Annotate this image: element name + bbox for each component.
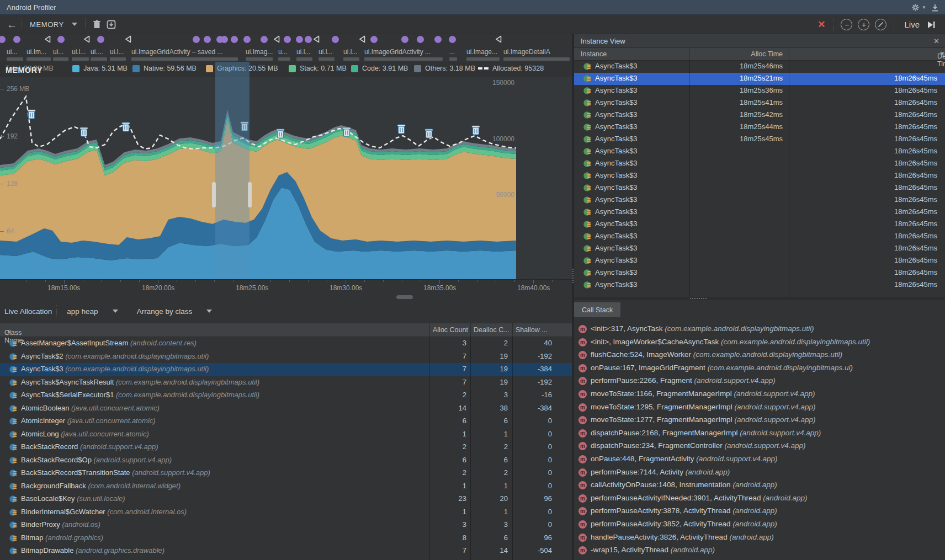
method-icon: m (578, 494, 587, 503)
table-row[interactable]: AsyncTask$2 (com.example.android.display… (0, 350, 572, 364)
table-row[interactable]: AsyncTask$318m26s45ms (574, 218, 945, 231)
activity-lifetime-bar (364, 57, 443, 61)
table-row[interactable]: AsyncTask$318m26s45ms (574, 206, 945, 218)
call-stack-frame[interactable]: mdispatchPause:234, FragmentController (… (574, 440, 945, 453)
table-row[interactable]: BinderInternal$GcWatcher (com.android.in… (0, 506, 572, 519)
table-row[interactable]: AsyncTask$318m26s45ms (574, 255, 945, 267)
activity-label: ... (449, 48, 455, 56)
close-session-button[interactable]: ✕ (814, 19, 829, 30)
live-button[interactable]: Live (904, 20, 920, 29)
shallow-size-cell: -504 (519, 546, 552, 554)
call-stack-frame[interactable]: mperformPauseActivity:3852, ActivityThre… (574, 518, 945, 531)
activity-lifetime-bar (91, 57, 107, 61)
table-row[interactable]: AsyncTask$318m25s45ms18m26s45ms (574, 134, 945, 146)
table-row[interactable]: AsyncTask$318m26s45ms (574, 182, 945, 194)
back-event-icon (312, 35, 321, 46)
frame-text: -wrap15, ActivityThread (android.app) (591, 546, 715, 554)
selection-handle-left[interactable] (212, 182, 216, 207)
table-row[interactable]: AsyncTask$318m25s46ms (574, 61, 945, 73)
activity-label: ui.l... (343, 48, 357, 56)
alloc-count-cell: 14 (433, 404, 466, 412)
table-row[interactable]: AssetManager$AssetInputStream (android.c… (0, 337, 572, 350)
method-icon: m (578, 534, 587, 542)
table-row[interactable]: BitmapDrawable (android.graphics.drawabl… (0, 545, 572, 558)
back-button[interactable]: ← (7, 19, 17, 30)
table-row[interactable]: AsyncTask$318m25s44ms18m26s45ms (574, 121, 945, 134)
call-stack-frame[interactable]: monPause:448, FragmentActivity (android.… (574, 453, 945, 466)
table-row[interactable]: AsyncTask$SerialExecutor$1 (com.example.… (0, 389, 572, 402)
horizontal-splitter[interactable] (574, 297, 945, 300)
shallow-size-cell: 40 (519, 339, 552, 347)
heap-select[interactable]: app heap (61, 307, 123, 316)
call-stack-frame[interactable]: m<init>, ImageWorker$CacheAsyncTask (com… (574, 336, 945, 349)
call-stack-frame[interactable]: monPause:167, ImageGridFragment (com.exa… (574, 362, 945, 375)
table-row[interactable]: AsyncTask$318m26s45ms (574, 146, 945, 158)
table-row[interactable]: BackgroundFallback (com.android.internal… (0, 480, 572, 493)
call-stack-frame[interactable]: mperformPause:2266, Fragment (android.su… (574, 375, 945, 388)
activity-lifetime-bar (449, 57, 457, 61)
call-stack-frame[interactable]: mmoveToState:1277, FragmentManagerImpl (… (574, 414, 945, 427)
zoom-in-button[interactable]: + (858, 19, 869, 30)
profiler-type-dropdown[interactable]: MEMORY (26, 20, 81, 29)
call-stack-frame[interactable]: mperformPauseActivityIfNeeded:3901, Acti… (574, 492, 945, 505)
table-row[interactable]: AsyncTask$318m25s42ms18m26s45ms (574, 109, 945, 121)
table-row[interactable]: AsyncTask$318m26s45ms (574, 194, 945, 206)
call-stack-frame[interactable]: mmoveToState:1166, FragmentManagerImpl (… (574, 388, 945, 401)
table-row[interactable]: AsyncTask$318m26s45ms (574, 158, 945, 170)
gc-trash-button[interactable] (90, 18, 104, 31)
table-row[interactable]: AtomicBoolean (java.util.concurrent.atom… (0, 402, 572, 415)
call-stack-frame[interactable]: mhandlePauseActivity:3826, ActivityThrea… (574, 531, 945, 545)
table-row[interactable]: AsyncTask$3 (com.example.android.display… (0, 363, 572, 376)
table-row[interactable]: BackStackRecord (android.support.v4.app)… (0, 441, 572, 454)
table-row[interactable]: AsyncTask$318m26s45ms (574, 267, 945, 279)
reset-zoom-button[interactable] (875, 19, 886, 30)
gear-dropdown-caret[interactable]: ▼ (922, 5, 926, 10)
legend-swatch (132, 65, 140, 72)
table-row[interactable]: AsyncTask$318m25s36ms18m26s45ms (574, 85, 945, 97)
call-stack-frame[interactable]: mdispatchPause:2168, FragmentManagerImpl… (574, 427, 945, 440)
call-stack-frame[interactable]: mperformPause:7144, Activity (android.ap… (574, 466, 945, 479)
zoom-out-button[interactable]: − (841, 19, 852, 30)
activity-label: ui... (53, 48, 63, 56)
table-row[interactable]: BackStackRecord$TransitionState (android… (0, 467, 572, 480)
method-icon: m (578, 442, 587, 450)
table-row[interactable]: AsyncTask$318m25s21ms18m26s45ms (574, 73, 945, 85)
memory-chart[interactable]: 256 MB1921286415000010000050000 (0, 77, 572, 279)
class-table-header[interactable]: Class Name▲ Alloc Count Dealloc C... Sha… (0, 323, 572, 337)
shallow-size-cell: -192 (519, 378, 552, 386)
dealloc-count-cell: 14 (475, 546, 508, 554)
call-stack-frame[interactable]: mperformPauseActivity:3878, ActivityThre… (574, 505, 945, 518)
instance-table-header[interactable]: Instance Alloc Time Dealloc Time (574, 48, 945, 61)
table-row[interactable]: BackStackRecord$Op (android.support.v4.a… (0, 454, 572, 467)
table-row[interactable]: BinderProxy (android.os)330 (0, 519, 572, 532)
go-to-live-icon[interactable] (924, 18, 938, 31)
close-icon[interactable]: ✕ (933, 37, 939, 45)
table-row[interactable]: AsyncTask$318m26s45ms (574, 231, 945, 243)
call-stack-frame[interactable]: mcallActivityOnPause:1408, Instrumentati… (574, 479, 945, 492)
call-stack-frame[interactable]: mmoveToState:1295, FragmentManagerImpl (… (574, 401, 945, 414)
table-row[interactable]: AtomicLong (java.util.concurrent.atomic)… (0, 428, 572, 441)
class-icon (583, 159, 592, 170)
selection-handle-right[interactable] (248, 182, 252, 207)
arrange-select[interactable]: Arrange by class (131, 307, 218, 316)
call-stack-frame[interactable]: mflushCache:524, ImageWorker (com.exampl… (574, 349, 945, 362)
back-event-icon (494, 35, 503, 46)
table-row[interactable]: AsyncTask$318m26s45ms (574, 279, 945, 291)
table-row[interactable]: AsyncTask$318m25s41ms18m26s45ms (574, 97, 945, 109)
table-row[interactable]: AsyncTask$318m26s45ms (574, 170, 945, 182)
timeline-scrollbar-thumb[interactable] (396, 295, 413, 299)
table-row[interactable]: BaseLocale$Key (sun.util.locale)232096 (0, 493, 572, 506)
table-row[interactable]: AsyncTask$AsyncTaskResult (com.example.a… (0, 376, 572, 390)
table-row[interactable]: AsyncTask$318m26s45ms (574, 243, 945, 255)
download-icon[interactable] (931, 3, 939, 12)
table-row[interactable]: AtomicInteger (java.util.concurrent.atom… (0, 415, 572, 428)
dealloc-time-cell: 18m26s45ms (894, 268, 937, 276)
table-row[interactable]: Bitmap (android.graphics)8696 (0, 532, 572, 545)
class-name-cell: BaseLocale$Key (sun.util.locale) (21, 494, 125, 503)
gear-icon[interactable] (911, 3, 920, 12)
shallow-size-cell: 0 (519, 430, 552, 438)
tab-call-stack[interactable]: Call Stack (574, 302, 620, 317)
call-stack-frame[interactable]: m<init>:317, AsyncTask (com.example.andr… (574, 323, 945, 336)
heap-dump-button[interactable] (104, 18, 119, 31)
call-stack-frame[interactable]: m-wrap15, ActivityThread (android.app) (574, 544, 945, 557)
